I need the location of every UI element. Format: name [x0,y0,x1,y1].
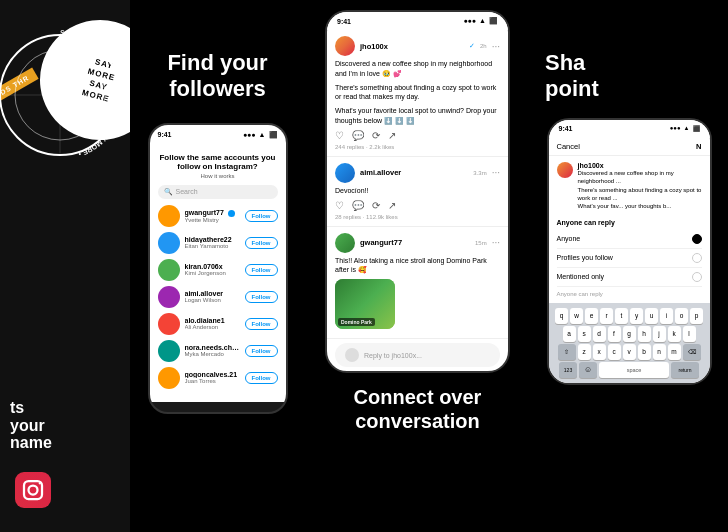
key-k[interactable]: k [668,326,681,342]
more-icon[interactable]: ··· [492,41,500,52]
user-info: gwangurt77 Yvette Mistry [185,209,240,223]
status-icons-4: ●●● ▲ ⬛ [670,125,700,132]
key-i[interactable]: i [660,308,673,324]
key-space[interactable]: space [599,362,669,378]
key-x[interactable]: x [593,344,606,360]
thread-text-p3: This!! Also taking a nice stroll along D… [335,256,500,276]
username: alo.diaiane1 [185,317,240,324]
audience-mentioned-only[interactable]: Mentioned only [557,268,702,287]
phone-status-bar-3: 9:41 ●●● ▲ ⬛ [327,12,508,30]
key-d[interactable]: d [593,326,606,342]
search-bar[interactable]: 🔍 Search [158,185,278,199]
follow-button[interactable]: Follow [245,318,278,330]
key-shift[interactable]: ⇧ [558,344,576,360]
audience-anyone-radio[interactable] [692,234,702,244]
follow-button[interactable]: Follow [245,345,278,357]
key-o[interactable]: o [675,308,688,324]
key-p[interactable]: p [690,308,703,324]
key-y[interactable]: y [630,308,643,324]
username: aimi.allover [185,290,240,297]
cancel-button[interactable]: Cancel [557,142,580,151]
display-name: Juan Torres [185,378,240,384]
username: kiran.0706x [185,263,240,270]
user-row: gogoncalves.21 Juan Torres Follow [158,367,278,389]
repost-icon[interactable]: ⟳ [372,130,380,141]
thread-username: jho100x [360,42,464,51]
key-f[interactable]: f [608,326,621,342]
key-numbers[interactable]: 123 [559,362,577,378]
anyone-can-reply-note: Anyone can reply [557,291,702,297]
display-name: Logan Wilson [185,297,240,303]
key-v[interactable]: v [623,344,636,360]
circular-graphic: SAY MORE • SAY MORE • SAY MORE • SAY MOR… [0,20,130,170]
key-s[interactable]: s [578,326,591,342]
panel-find-followers: Find your followers 9:41 ●●● ▲ ⬛ Follow … [130,0,305,532]
more-icon-3[interactable]: ··· [492,237,500,248]
key-delete[interactable]: ⌫ [683,344,701,360]
follow-button[interactable]: Follow [245,264,278,276]
key-j[interactable]: j [653,326,666,342]
anyone-can-reply-label: Anyone can reply [557,219,702,226]
rpp-avatar [557,162,573,178]
audience-follow-radio[interactable] [692,253,702,263]
key-return[interactable]: return [671,362,699,378]
repost-icon-2[interactable]: ⟳ [372,200,380,211]
key-b[interactable]: b [638,344,651,360]
reply-content-area: jho100x Discovered a new coffee shop in … [549,156,710,303]
thread-avatar [335,36,355,56]
key-u[interactable]: u [645,308,658,324]
username: hidayathere22 [185,236,240,243]
comment-icon[interactable]: 💬 [352,130,364,141]
thread-stats: 244 replies · 2.2k likes [335,144,500,150]
key-h[interactable]: h [638,326,651,342]
panel-conversation: 9:41 ●●● ▲ ⬛ jho100x ✓ 2h ··· Discovered… [305,0,530,532]
audience-profiles-follow[interactable]: Profiles you follow [557,249,702,268]
comment-icon-2[interactable]: 💬 [352,200,364,211]
key-q[interactable]: q [555,308,568,324]
reply-post-content2: There's something about finding a cozy s… [578,186,702,203]
heart-icon-2[interactable]: ♡ [335,200,344,211]
reply-placeholder: Reply to jho100x... [364,352,422,359]
status-icons: ●●● ▲ ⬛ [243,131,278,139]
thread-actions: ♡ 💬 ⟳ ↗ [335,130,500,141]
follow-button[interactable]: Follow [245,372,278,384]
key-emoji[interactable]: ☺ [579,362,597,378]
key-t[interactable]: t [615,308,628,324]
user-info: hidayathere22 Eitan Yamamoto [185,236,240,249]
search-icon: 🔍 [164,188,173,196]
key-g[interactable]: g [623,326,636,342]
key-l[interactable]: l [683,326,696,342]
audience-mentioned-radio[interactable] [692,272,702,282]
user-row: aimi.allover Logan Wilson Follow [158,286,278,308]
key-w[interactable]: w [570,308,583,324]
audience-anyone[interactable]: Anyone [557,230,702,249]
more-icon-2[interactable]: ··· [492,167,500,178]
phone-mockup-followers: 9:41 ●●● ▲ ⬛ Follow the same accounts yo… [148,123,288,414]
user-info: kiran.0706x Kimi Jorgenson [185,263,240,276]
key-m[interactable]: m [668,344,681,360]
svg-point-8 [39,482,41,484]
key-e[interactable]: e [585,308,598,324]
avatar [158,232,180,254]
key-c[interactable]: c [608,344,621,360]
key-a[interactable]: a [563,326,576,342]
user-info: alo.diaiane1 Ali Anderson [185,317,240,330]
follow-button[interactable]: Follow [245,210,278,222]
share-icon[interactable]: ↗ [388,130,396,141]
heart-icon[interactable]: ♡ [335,130,344,141]
reply-post-content3: What's your fav... your thoughts b... [578,202,702,210]
key-r[interactable]: r [600,308,613,324]
audience-follow-text: Profiles you follow [557,254,613,261]
follow-header: Follow the same accounts you follow on I… [158,153,278,171]
follow-button[interactable]: Follow [245,237,278,249]
follow-button[interactable]: Follow [245,291,278,303]
key-n[interactable]: n [653,344,666,360]
share-icon-2[interactable]: ↗ [388,200,396,211]
reply-input-bar[interactable]: Reply to jho100x... [335,343,500,367]
thread-stats-2: 28 replies · 112.9k likes [335,214,500,220]
key-z[interactable]: z [578,344,591,360]
verified-badge [228,210,235,217]
panel3-title: Connect over conversation [344,385,492,433]
username: gwangurt77 [185,209,240,217]
phone-status-bar-4: 9:41 ●●● ▲ ⬛ [549,120,710,138]
